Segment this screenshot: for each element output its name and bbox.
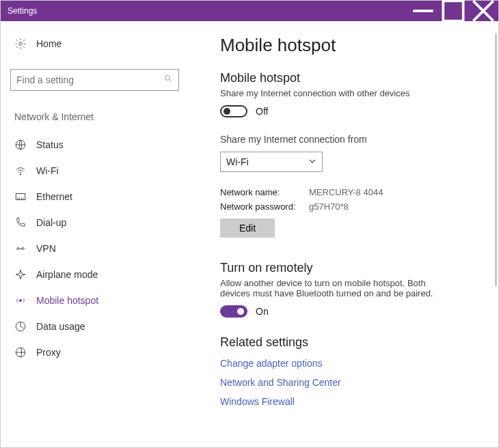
search-icon: [163, 74, 173, 86]
window-title: Settings: [1, 6, 408, 16]
svg-rect-1: [443, 1, 463, 20]
page-title: Mobile hotspot: [220, 35, 478, 56]
sidebar-item-label: Proxy: [36, 347, 61, 358]
remote-description: Allow another device to turn on mobile h…: [220, 278, 453, 298]
svg-point-4: [19, 42, 23, 46]
svg-point-5: [165, 75, 170, 80]
sidebar: Home Network & Internet Status Wi-Fi Eth: [1, 21, 189, 447]
sidebar-item-label: Wi-Fi: [36, 165, 59, 176]
sidebar-item-vpn[interactable]: VPN: [10, 236, 179, 262]
nav-group-label: Network & Internet: [10, 111, 179, 122]
edit-button[interactable]: Edit: [220, 219, 275, 238]
network-name-label: Network name:: [220, 187, 309, 197]
related-heading: Related settings: [220, 335, 478, 350]
wifi-icon: [14, 165, 27, 177]
chevron-down-icon: [308, 156, 316, 167]
maximize-button[interactable]: [438, 1, 468, 21]
remote-toggle-state: On: [256, 306, 269, 317]
hotspot-heading: Mobile hotspot: [220, 71, 478, 85]
link-adapter-options[interactable]: Change adapter options: [220, 358, 478, 369]
link-network-sharing[interactable]: Network and Sharing Center: [220, 377, 478, 388]
scrollbar[interactable]: [495, 33, 497, 286]
data-usage-icon: [14, 320, 27, 333]
share-from-value: Wi-Fi: [226, 156, 249, 167]
svg-point-8: [20, 174, 21, 176]
home-label: Home: [36, 38, 62, 49]
sidebar-item-label: Dial-up: [36, 217, 66, 228]
sidebar-item-proxy[interactable]: Proxy: [10, 339, 179, 365]
hotspot-toggle[interactable]: [220, 105, 247, 117]
sidebar-item-ethernet[interactable]: Ethernet: [10, 184, 179, 210]
sidebar-item-label: VPN: [36, 243, 56, 254]
close-button[interactable]: [468, 1, 498, 21]
sidebar-item-airplane[interactable]: Airplane mode: [10, 262, 179, 288]
link-firewall[interactable]: Windows Firewall: [220, 396, 478, 407]
sidebar-item-status[interactable]: Status: [10, 132, 179, 158]
vpn-icon: [14, 242, 27, 255]
sidebar-item-wifi[interactable]: Wi-Fi: [10, 158, 179, 184]
proxy-icon: [14, 346, 27, 359]
airplane-icon: [14, 268, 27, 281]
sidebar-item-label: Status: [36, 139, 64, 150]
share-from-label: Share my Internet connection from: [220, 134, 478, 145]
minimize-button[interactable]: [408, 1, 438, 21]
search-box[interactable]: [10, 69, 179, 91]
sidebar-item-datausage[interactable]: Data usage: [10, 313, 179, 339]
sidebar-item-label: Ethernet: [36, 191, 72, 202]
svg-line-6: [170, 80, 172, 82]
svg-point-14: [17, 248, 19, 250]
network-password-value: g57H70*8: [309, 201, 349, 212]
hotspot-description: Share my Internet connection with other …: [220, 88, 478, 98]
globe-icon: [14, 139, 27, 151]
sidebar-item-label: Airplane mode: [36, 269, 98, 280]
svg-rect-9: [16, 194, 25, 200]
nav-list: Status Wi-Fi Ethernet Dial-up VPN: [10, 132, 179, 365]
ethernet-icon: [14, 191, 27, 203]
sidebar-item-hotspot[interactable]: Mobile hotspot: [10, 288, 179, 313]
sidebar-item-label: Data usage: [36, 321, 85, 332]
home-button[interactable]: Home: [10, 35, 179, 53]
phone-icon: [14, 216, 27, 229]
hotspot-toggle-state: Off: [256, 106, 268, 117]
titlebar: Settings: [1, 1, 498, 21]
search-input[interactable]: [16, 74, 163, 85]
sidebar-item-dialup[interactable]: Dial-up: [10, 210, 179, 236]
network-name-value: MERCURY-8 4044: [309, 187, 383, 197]
svg-point-17: [20, 300, 22, 302]
network-password-label: Network password:: [220, 201, 309, 212]
remote-heading: Turn on remotely: [220, 261, 478, 275]
remote-toggle[interactable]: [220, 305, 247, 318]
hotspot-icon: [14, 294, 27, 307]
content-area: Mobile hotspot Mobile hotspot Share my I…: [189, 21, 498, 447]
gear-icon: [14, 38, 27, 50]
svg-point-15: [22, 248, 24, 250]
share-from-select[interactable]: Wi-Fi: [220, 152, 323, 172]
sidebar-item-label: Mobile hotspot: [36, 295, 98, 306]
